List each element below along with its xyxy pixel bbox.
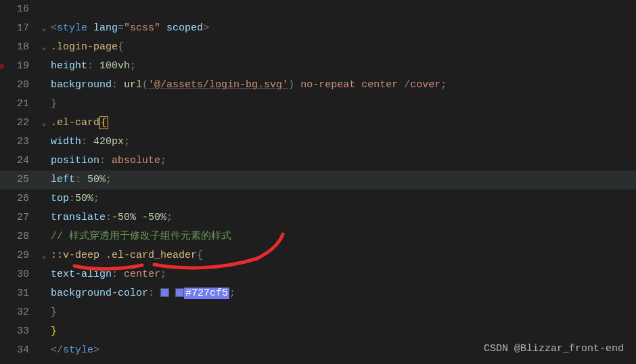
code-text[interactable] <box>51 0 636 19</box>
breakpoint-bar[interactable] <box>0 0 4 364</box>
code-text[interactable]: height: 100vh; <box>51 57 636 76</box>
fold-toggle <box>37 303 51 322</box>
color-swatch[interactable] <box>175 288 184 297</box>
line-number[interactable]: 31 <box>0 284 37 303</box>
code-line[interactable]: 32 } <box>0 303 636 322</box>
code-line[interactable]: 18⌄ .login-page{ <box>0 38 636 57</box>
code-line[interactable]: 21 } <box>0 95 636 114</box>
line-number[interactable]: 23 <box>0 133 37 152</box>
code-text[interactable]: .login-page{ <box>51 38 636 57</box>
fold-toggle <box>37 95 51 114</box>
code-line[interactable]: 25 left: 50%; <box>0 170 636 189</box>
fold-toggle <box>37 227 51 246</box>
fold-toggle[interactable]: ⌄ <box>37 246 51 265</box>
line-number[interactable]: 22 <box>0 114 37 133</box>
line-number[interactable]: 25 <box>0 170 37 189</box>
code-text[interactable]: background-color: #727cf5; <box>51 284 636 303</box>
code-text[interactable]: } <box>51 303 636 322</box>
line-number[interactable]: 16 <box>0 0 37 19</box>
code-line[interactable]: 30 text-align: center; <box>0 265 636 284</box>
code-text[interactable]: } <box>51 95 636 114</box>
line-number[interactable]: 26 <box>0 189 37 208</box>
fold-toggle <box>37 265 51 284</box>
chevron-down-icon: ⌄ <box>41 19 46 38</box>
code-line[interactable]: 26 top:50%; <box>0 189 636 208</box>
fold-toggle <box>37 208 51 227</box>
code-line[interactable]: 17⌄<style lang="scss" scoped> <box>0 19 636 38</box>
fold-toggle <box>37 189 51 208</box>
line-number[interactable]: 33 <box>0 322 37 341</box>
code-text[interactable]: <style lang="scss" scoped> <box>51 19 636 38</box>
code-line[interactable]: 28 // 样式穿透用于修改子组件元素的样式 <box>0 227 636 246</box>
line-number[interactable]: 20 <box>0 76 37 95</box>
fold-toggle <box>37 152 51 170</box>
fold-toggle <box>37 133 51 152</box>
line-number[interactable]: 30 <box>0 265 37 284</box>
code-text[interactable]: width: 420px; <box>51 133 636 152</box>
code-line[interactable]: 33 } <box>0 322 636 341</box>
line-number[interactable]: 24 <box>0 152 37 170</box>
watermark: CSDN @Blizzar_front-end <box>484 340 624 359</box>
chevron-down-icon: ⌄ <box>41 114 46 133</box>
code-line[interactable]: 22⌄ .el-card{ <box>0 114 636 133</box>
code-line[interactable]: 31 background-color: #727cf5; <box>0 284 636 303</box>
fold-toggle <box>37 341 51 360</box>
chevron-down-icon: ⌄ <box>41 38 46 57</box>
code-text[interactable]: text-align: center; <box>51 265 636 284</box>
code-text[interactable]: background: url('@/assets/login-bg.svg')… <box>51 76 636 95</box>
code-text[interactable]: left: 50%; <box>51 170 636 189</box>
fold-toggle <box>37 322 51 341</box>
line-number[interactable]: 29 <box>0 246 37 265</box>
code-text[interactable]: top:50%; <box>51 189 636 208</box>
fold-toggle <box>37 284 51 303</box>
code-line[interactable]: 20 background: url('@/assets/login-bg.sv… <box>0 76 636 95</box>
line-number[interactable]: 21 <box>0 95 37 114</box>
chevron-down-icon: ⌄ <box>41 246 46 265</box>
code-text[interactable]: .el-card{ <box>51 114 636 133</box>
code-line[interactable]: 27 translate:-50% -50%; <box>0 208 636 227</box>
code-text[interactable]: position: absolute; <box>51 152 636 170</box>
line-number[interactable]: 32 <box>0 303 37 322</box>
line-number[interactable]: 18 <box>0 38 37 57</box>
code-editor[interactable]: 1617⌄<style lang="scss" scoped>18⌄ .logi… <box>0 0 636 360</box>
line-number[interactable]: 34 <box>0 341 37 360</box>
line-number[interactable]: 28 <box>0 227 37 246</box>
fold-toggle[interactable]: ⌄ <box>37 38 51 57</box>
fold-toggle[interactable]: ⌄ <box>37 114 51 133</box>
code-line[interactable]: 16 <box>0 0 636 19</box>
fold-toggle <box>37 0 51 19</box>
code-text[interactable]: } <box>51 322 636 341</box>
code-line[interactable]: 19 height: 100vh; <box>0 57 636 76</box>
code-lines[interactable]: 1617⌄<style lang="scss" scoped>18⌄ .logi… <box>0 0 636 360</box>
fold-toggle <box>37 57 51 76</box>
line-number[interactable]: 19 <box>0 57 37 76</box>
code-text[interactable]: translate:-50% -50%; <box>51 208 636 227</box>
code-line[interactable]: 29⌄ ::v-deep .el-card_header{ <box>0 246 636 265</box>
line-number[interactable]: 27 <box>0 208 37 227</box>
code-text[interactable]: // 样式穿透用于修改子组件元素的样式 <box>51 227 636 246</box>
fold-toggle <box>37 76 51 95</box>
fold-toggle <box>37 170 51 189</box>
breakpoint-dot[interactable] <box>0 64 4 69</box>
code-line[interactable]: 23 width: 420px; <box>0 133 636 152</box>
code-line[interactable]: 24 position: absolute; <box>0 152 636 170</box>
color-swatch[interactable] <box>160 288 169 297</box>
code-text[interactable]: ::v-deep .el-card_header{ <box>51 246 636 265</box>
fold-toggle[interactable]: ⌄ <box>37 19 51 38</box>
line-number[interactable]: 17 <box>0 19 37 38</box>
